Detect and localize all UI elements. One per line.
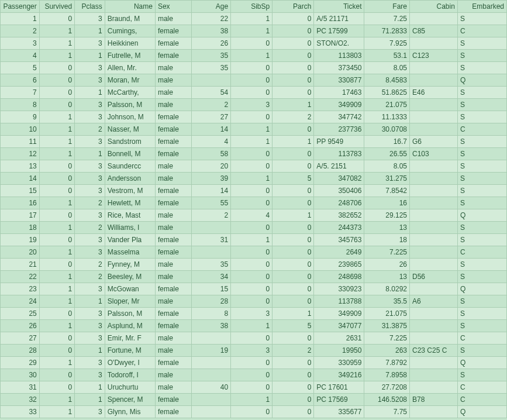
cell: 5	[273, 173, 314, 185]
cell: 24	[1, 295, 40, 308]
table-row: 1612Hewlett, Mfemale550024870616S	[1, 197, 507, 209]
cell: 0	[39, 185, 74, 197]
table-row: 3211Spencer, Mfemale10PC 17569146.5208B7…	[1, 394, 507, 406]
cell	[410, 259, 458, 271]
cell: 71.2833	[364, 25, 410, 37]
cell: Sloper, Mr	[105, 295, 155, 308]
cell	[410, 37, 458, 50]
cell: 5	[273, 320, 314, 332]
cell: 4	[1, 50, 40, 62]
cell: 1	[39, 197, 74, 209]
cell: 4	[192, 136, 231, 148]
cell: 15	[1, 185, 40, 197]
cell: S	[457, 160, 506, 173]
cell: 1	[231, 394, 273, 406]
cell: 1	[273, 99, 314, 111]
cell: Spencer, M	[105, 394, 155, 406]
cell: 0	[231, 283, 273, 295]
cell: 14	[192, 185, 231, 197]
cell: 2	[192, 99, 231, 111]
cell: Fynney, M	[105, 259, 155, 271]
cell: female	[155, 406, 191, 418]
table-row: 1903Vander Plafemale311034576318S	[1, 234, 507, 246]
cell: 0	[231, 160, 273, 173]
cell: 40	[192, 381, 231, 394]
cell: 0	[273, 406, 314, 418]
cell: Vestrom, M	[105, 185, 155, 197]
cell: 0	[273, 62, 314, 74]
cell: 19	[1, 234, 40, 246]
cell: Nasser, M	[105, 123, 155, 136]
cell: 345763	[314, 234, 364, 246]
cell	[410, 209, 458, 222]
cell: 30.0708	[364, 123, 410, 136]
cell: 28	[192, 295, 231, 308]
cell: 26.55	[364, 148, 410, 160]
cell: 0	[39, 308, 74, 320]
cell: S	[457, 185, 506, 197]
cell: 0	[273, 246, 314, 259]
col-header-pclass: Pclass	[75, 1, 105, 13]
cell: 1	[39, 357, 74, 369]
cell: 1	[75, 25, 105, 37]
cell: S	[457, 37, 506, 50]
cell: C	[457, 25, 506, 37]
cell: 0	[39, 13, 74, 25]
cell: 244373	[314, 222, 364, 234]
cell: S	[457, 99, 506, 111]
cell: 3	[75, 13, 105, 25]
cell: 0	[39, 369, 74, 381]
cell	[410, 308, 458, 320]
cell: 2	[273, 111, 314, 123]
cell: C103	[410, 148, 458, 160]
cell: 2	[75, 222, 105, 234]
cell: 8.05	[364, 62, 410, 74]
cell: O'Dwyer, I	[105, 357, 155, 369]
cell: 3	[75, 185, 105, 197]
cell: 1	[75, 148, 105, 160]
cell: 32	[1, 394, 40, 406]
cell: A/5 21171	[314, 13, 364, 25]
cell: female	[155, 246, 191, 259]
cell: 0	[273, 332, 314, 345]
cell: female	[155, 136, 191, 148]
cell: 0	[273, 160, 314, 173]
cell: 335677	[314, 406, 364, 418]
cell: 39	[192, 173, 231, 185]
cell: 29.125	[364, 209, 410, 222]
table-row: 1303Saunderccmale2000A/5. 21518.05S	[1, 160, 507, 173]
cell: 9	[1, 111, 40, 123]
cell: 1	[75, 87, 105, 99]
table-row: 503Allen, Mr.male35003734508.05S	[1, 62, 507, 74]
cell: 12	[1, 148, 40, 160]
cell: S	[457, 295, 506, 308]
cell	[410, 160, 458, 173]
cell: 35	[192, 50, 231, 62]
cell: 22	[192, 13, 231, 25]
cell: 0	[231, 406, 273, 418]
cell: 13	[1, 160, 40, 173]
cell: 0	[273, 74, 314, 87]
cell	[410, 13, 458, 25]
cell: male	[155, 295, 191, 308]
cell: Braund, M	[105, 13, 155, 25]
cell: 20	[192, 160, 231, 173]
cell: 0	[273, 295, 314, 308]
cell: 3	[231, 345, 273, 357]
cell: 1	[231, 136, 273, 148]
cell: S	[457, 62, 506, 74]
cell: E46	[410, 87, 458, 99]
cell: Palsson, M	[105, 308, 155, 320]
cell: 7.225	[364, 332, 410, 345]
cell: 330923	[314, 283, 364, 295]
cell: 0	[273, 234, 314, 246]
cell	[410, 332, 458, 345]
cell: 330877	[314, 74, 364, 87]
cell: 349909	[314, 99, 364, 111]
cell: Beesley, M	[105, 271, 155, 283]
cell: Williams, I	[105, 222, 155, 234]
cell: C	[457, 394, 506, 406]
cell: 349909	[314, 308, 364, 320]
cell: 239865	[314, 259, 364, 271]
cell: PP 9549	[314, 136, 364, 148]
